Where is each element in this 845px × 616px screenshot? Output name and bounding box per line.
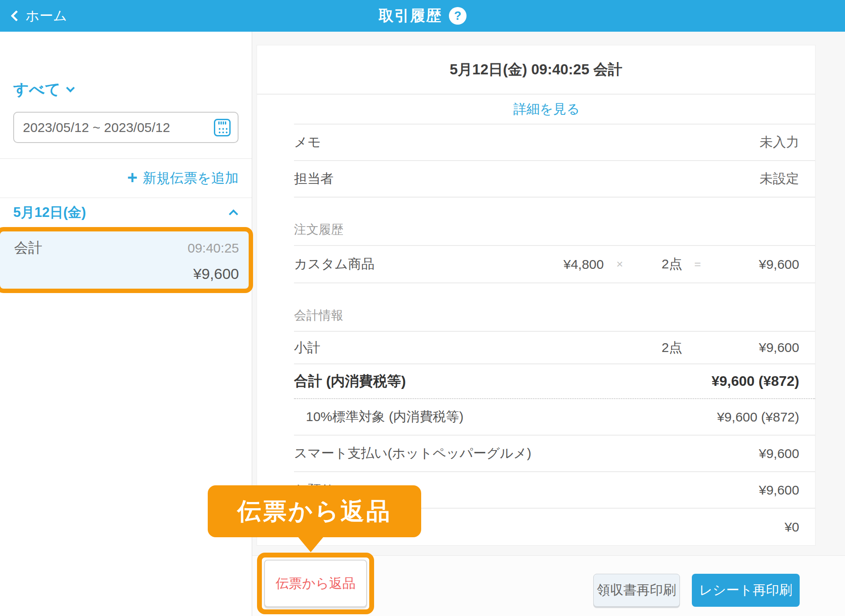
- total-label: 合計 (内消費税等): [294, 372, 406, 391]
- staff-row: 担当者 未設定: [294, 161, 815, 198]
- memo-value: 未入力: [760, 133, 799, 151]
- back-home-button[interactable]: ホーム: [12, 7, 67, 25]
- date-range-field[interactable]: [13, 112, 239, 143]
- account-info-section-label: 会計情報: [294, 283, 815, 332]
- subtotal-quantity: 2点: [636, 339, 682, 357]
- refund-button-highlight: 伝票から返品: [257, 553, 374, 614]
- change-amount: ¥0: [785, 520, 799, 535]
- plus-icon: +: [127, 169, 137, 186]
- order-item-row: カスタム商品 ¥4,800 × 2点 = ¥9,600: [294, 246, 815, 283]
- filter-dropdown[interactable]: すべて: [13, 79, 73, 100]
- view-detail-link[interactable]: 詳細を見る: [294, 95, 815, 125]
- order-item-unit-price: ¥4,800: [525, 257, 604, 272]
- transaction-detail-pane: 5月12日(金) 09:40:25 会計 詳細を見る メモ 未入力 担当者 未設…: [252, 32, 845, 616]
- order-item-name: カスタム商品: [294, 255, 525, 273]
- transaction-type: 会計: [14, 238, 42, 258]
- transaction-history-screen: ホーム 取引履歴 ? すべて + 新規伝票を追加: [0, 0, 845, 616]
- subtotal-label: 小計: [294, 339, 636, 357]
- calendar-icon-dots: [218, 127, 228, 133]
- chevron-up-icon: [229, 209, 238, 219]
- register-receipt-reprint-button[interactable]: レシート再印刷: [692, 574, 800, 607]
- multiply-sign: ×: [604, 257, 636, 271]
- staff-value: 未設定: [760, 170, 799, 188]
- deposit-amount: ¥9,600: [759, 483, 799, 498]
- calendar-icon[interactable]: [214, 119, 231, 136]
- order-item-amount: ¥9,600: [713, 257, 799, 272]
- page-title: 取引履歴: [378, 6, 442, 26]
- payment-method-amount: ¥9,600: [759, 446, 799, 461]
- subtotal-amount: ¥9,600: [713, 340, 799, 355]
- equals-sign: =: [682, 257, 713, 271]
- refund-from-slip-button[interactable]: 伝票から返品: [264, 560, 367, 607]
- tax-detail-row: 10%標準対象 (内消費税等) ¥9,600 (¥872): [294, 399, 815, 436]
- filter-dropdown-label: すべて: [13, 79, 60, 100]
- selected-transaction-highlight: 会計 09:40:25 ¥9,600: [0, 227, 253, 293]
- app-header: ホーム 取引履歴 ?: [0, 0, 845, 32]
- memo-label: メモ: [294, 133, 321, 151]
- detail-scroll-area: 5月12日(金) 09:40:25 会計 詳細を見る メモ 未入力 担当者 未設…: [252, 32, 845, 555]
- help-icon[interactable]: ?: [449, 7, 467, 25]
- total-amount: ¥9,600 (¥872): [712, 373, 799, 389]
- header-title-group: 取引履歴 ?: [378, 6, 467, 26]
- date-group-label: 5月12日(金): [13, 203, 86, 222]
- deposit-row: お預り ¥9,600: [294, 472, 815, 509]
- order-item-quantity: 2点: [636, 255, 682, 273]
- tax-detail-amount: ¥9,600 (¥872): [717, 410, 799, 425]
- change-row: ¥0: [294, 509, 815, 545]
- transaction-list-sidebar: すべて + 新規伝票を追加 5月12日(金): [0, 32, 252, 616]
- deposit-label: お預り: [294, 481, 334, 499]
- staff-label: 担当者: [294, 170, 334, 188]
- chevron-down-icon: [66, 84, 75, 92]
- back-home-label: ホーム: [26, 7, 67, 25]
- transaction-time: 09:40:25: [187, 241, 239, 256]
- total-row: 合計 (内消費税等) ¥9,600 (¥872): [294, 364, 815, 399]
- order-history-section-label: 注文履歴: [294, 198, 815, 246]
- date-group-header[interactable]: 5月12日(金): [0, 198, 252, 227]
- date-range-input[interactable]: [23, 120, 199, 135]
- tax-detail-label: 10%標準対象 (内消費税等): [306, 408, 463, 426]
- add-new-slip-button[interactable]: + 新規伝票を追加: [0, 159, 252, 198]
- memo-row: メモ 未入力: [294, 125, 815, 161]
- detail-title: 5月12日(金) 09:40:25 会計: [257, 45, 815, 95]
- transaction-list-item[interactable]: 会計 09:40:25 ¥9,600: [0, 231, 249, 289]
- chevron-left-icon: [11, 10, 22, 21]
- subtotal-row: 小計 2点 ¥9,600: [294, 332, 815, 364]
- calendar-icon-ticks: [218, 121, 226, 125]
- add-new-slip-label: 新規伝票を追加: [143, 169, 239, 187]
- transaction-amount: ¥9,600: [14, 265, 239, 282]
- payment-method-row: スマート支払い(ホットペッパーグルメ) ¥9,600: [294, 436, 815, 472]
- payment-method-label: スマート支払い(ホットペッパーグルメ): [294, 444, 531, 462]
- receipt-reprint-button[interactable]: 領収書再印刷: [593, 574, 680, 607]
- transaction-detail-card: 5月12日(金) 09:40:25 会計 詳細を見る メモ 未入力 担当者 未設…: [257, 45, 816, 546]
